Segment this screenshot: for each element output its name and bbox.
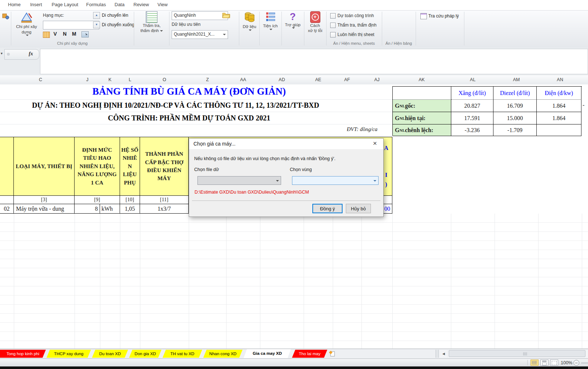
fx-icon[interactable]: fx (29, 51, 33, 57)
cell-machine-name[interactable]: Máy trộn vữa - dung (14, 204, 75, 214)
fuel-value-cell[interactable]: 16.709 (493, 100, 537, 112)
cell-thanh-phan[interactable]: 1x3/7 (140, 204, 189, 214)
open-folder-icon[interactable] (222, 11, 231, 20)
cancel-button[interactable]: Hủy bỏ (346, 204, 371, 213)
sheet-tab[interactable]: Don gia XD (129, 350, 161, 358)
priority-data-combobox[interactable]: QuangNinh2021_X... (172, 30, 228, 39)
tab-page-layout[interactable]: Page Layout (52, 2, 78, 7)
namebox-arrow-icon[interactable]: ▾ (1, 51, 3, 55)
fuel-row-label[interactable]: GNL chênh lệch: (393, 124, 451, 136)
fuel-value-cell[interactable]: 1.864 (537, 112, 581, 124)
column-header[interactable]: AA (226, 75, 260, 84)
fuel-corner-cell[interactable] (393, 87, 451, 100)
column-header[interactable]: C (7, 75, 75, 84)
column-header[interactable]: Z (189, 75, 227, 84)
fuel-value-cell[interactable]: 15.000 (493, 112, 537, 124)
fuel-row-label[interactable]: GNL hiện tại: (393, 112, 451, 124)
fuel-col-header[interactable]: Điện (đ/kw) (537, 87, 581, 100)
sheet-tab[interactable]: THCP xay dung (47, 350, 91, 358)
fuel-value-cell[interactable]: -3.236 (451, 124, 493, 136)
sheet-tab[interactable]: TH vat tu XD (163, 350, 202, 358)
sheet-tab[interactable]: Nhan cong XD (203, 350, 243, 358)
horizontal-scrollbar-thumb[interactable] (449, 350, 585, 357)
chi-phi-xay-dung-button[interactable]: Chi phí xây dựng (13, 11, 40, 40)
move-up-arrow-icon[interactable]: ▲ (93, 12, 100, 19)
tien-ich-button[interactable]: Tiện ích (260, 11, 281, 40)
du-toan-cong-trinh-checkbox[interactable] (330, 13, 336, 19)
tab-data[interactable]: Data (115, 2, 124, 7)
column-header[interactable]: AE (304, 75, 333, 84)
column-header[interactable]: J (75, 75, 100, 84)
hang-muc-combobox[interactable] (43, 21, 99, 29)
cell-unit[interactable]: kWh (100, 204, 120, 214)
tro-giup-button[interactable]: ? Trợ giúp (282, 11, 303, 40)
tab-view[interactable]: View (157, 2, 168, 7)
fuel-value-cell[interactable]: -1.709 (493, 124, 537, 136)
table-header-loai-may[interactable]: LOẠI MÁY, THIẾT BỊ (14, 137, 75, 196)
fuel-col-header[interactable]: Xăng (đ/lít) (451, 87, 493, 100)
column-header[interactable]: AN (538, 75, 582, 84)
file-combobox[interactable] (197, 176, 281, 185)
index-cell[interactable] (0, 196, 14, 204)
column-header[interactable]: AL (451, 75, 495, 84)
addin-icon[interactable] (2, 12, 9, 20)
column-header[interactable]: O (140, 75, 189, 84)
formula-input[interactable] (40, 49, 588, 74)
letter-n-button[interactable]: N (63, 31, 67, 37)
tham-tra-tham-dinh-button[interactable]: Thẩm tra, thẩm định (136, 11, 167, 40)
table-header-he-so[interactable]: HỆ SỐ NHIÊN LIỆU PHỤ (120, 137, 140, 196)
tra-cuu-phap-ly-button[interactable]: Tra cứu pháp lý (428, 13, 459, 19)
sheet-tab[interactable]: Tho lai may (292, 350, 327, 358)
move-down-arrow-icon[interactable]: ▼ (93, 21, 100, 28)
tham-tra-tham-dinh-checkbox[interactable] (330, 23, 336, 28)
page-break-view-icon[interactable] (550, 360, 558, 366)
fuel-value-cell[interactable]: 20.827 (451, 100, 493, 112)
column-header[interactable]: AD (260, 75, 304, 84)
index-cell[interactable]: [9] (75, 196, 120, 204)
sheet-tab[interactable]: Tong hop kinh phi (0, 350, 46, 358)
column-header[interactable]: K (100, 75, 120, 84)
zoom-out-icon[interactable]: – (573, 360, 579, 366)
cell-machine-code[interactable]: 02 (0, 204, 14, 214)
tab-formulas[interactable]: Formulas (86, 2, 106, 7)
cell-quantity[interactable]: 8 (75, 204, 100, 214)
tab-home[interactable]: Home (8, 2, 21, 7)
table-header-thanh-phan[interactable]: THÀNH PHẦN CẤP BẬC THỢ ĐIỀU KHIỂN MÁY (140, 137, 189, 196)
dialog-title-bar[interactable]: Chọn giá ca máy... × (189, 139, 383, 149)
tab-scroll-splitter[interactable] (436, 350, 439, 358)
scroll-left-icon[interactable]: ◀ (440, 350, 447, 358)
fuel-value-cell[interactable]: 17.591 (451, 112, 493, 124)
fuel-row-label[interactable]: GNL gốc: (393, 100, 451, 112)
column-header[interactable]: AK (392, 75, 451, 84)
tab-review[interactable]: Review (133, 2, 149, 7)
cell-he-so[interactable]: 1,05 (120, 204, 140, 214)
sheet-tab-active[interactable]: Gia ca may XD (244, 349, 291, 358)
sheet-tab[interactable]: Du toan XD (92, 350, 128, 358)
select-all-corner[interactable] (0, 75, 7, 84)
region-combobox[interactable]: QuangNinh (172, 11, 228, 20)
wizard-icon[interactable] (81, 31, 89, 37)
column-header[interactable]: AJ (361, 75, 393, 84)
luon-hien-thi-sheet-checkbox[interactable] (330, 32, 336, 37)
table-icon[interactable] (43, 32, 50, 38)
normal-view-icon[interactable] (531, 360, 539, 366)
move-up-label[interactable]: Di chuyển lên (102, 13, 128, 18)
index-cell[interactable]: [3] (14, 196, 75, 204)
cach-xu-ly-loi-button[interactable]: + Cách xử lý lỗi (305, 11, 325, 40)
index-cell[interactable]: [10] (120, 196, 140, 204)
fuel-value-cell[interactable] (537, 124, 581, 136)
column-header[interactable]: AM (495, 75, 539, 84)
column-header-partial[interactable] (582, 75, 588, 84)
letter-m-button[interactable]: M (72, 31, 76, 37)
table-header-dinh-muc[interactable]: ĐỊNH MỨC TIÊU HAO NHIÊN LIỆU, NĂNG LƯỢNG… (75, 137, 120, 196)
letter-v-button[interactable]: V (53, 31, 57, 37)
du-lieu-button[interactable]: Dữ liệu (240, 11, 259, 40)
column-header[interactable]: AF (333, 75, 362, 84)
zoom-level-label[interactable]: 100% (561, 360, 572, 365)
tab-insert[interactable]: Insert (30, 2, 42, 7)
zoom-slider[interactable] (581, 363, 588, 363)
page-layout-view-icon[interactable] (540, 360, 548, 366)
fuel-value-cell[interactable]: 1.864 (537, 100, 581, 112)
table-header-code[interactable] (0, 137, 14, 196)
move-down-label[interactable]: Di chuyển xuống (102, 22, 134, 27)
